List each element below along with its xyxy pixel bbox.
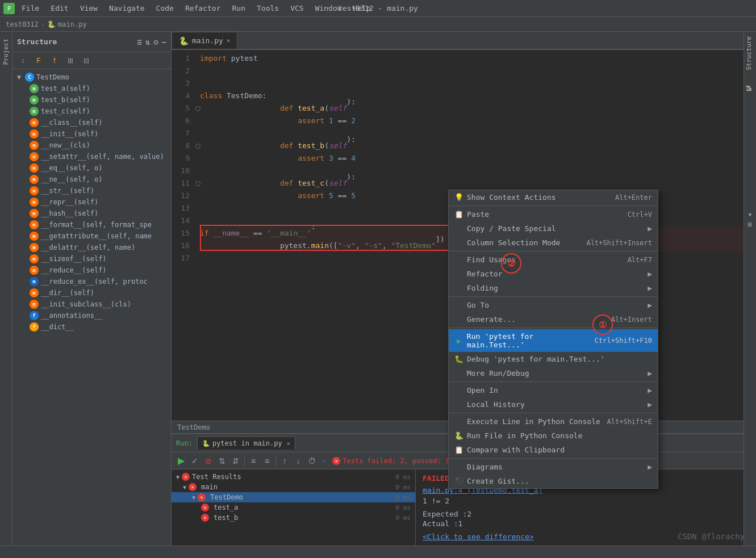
breadcrumb-file[interactable]: main.py [58, 20, 87, 28]
layout-icon[interactable]: ⊞ [748, 220, 753, 229]
github-icon: ⚫ [454, 477, 463, 485]
menu-run[interactable]: Run [228, 3, 250, 14]
menu-open-in[interactable]: Open In ▶ [449, 383, 658, 397]
tab-close-icon[interactable]: × [287, 440, 290, 447]
failed-icon: ✕ [198, 493, 206, 501]
menu-divider [449, 205, 658, 206]
project-tab[interactable]: Project [1, 34, 11, 69]
tree-item[interactable]: m __class__(self) [12, 117, 171, 128]
click-hint-link[interactable]: <Click to see difference> [423, 532, 534, 541]
menu-show-context-actions[interactable]: 💡 Show Context Actions Alt+Enter [449, 190, 658, 204]
tree-item[interactable]: m __init_subclass__(cls) [12, 299, 171, 310]
sort-desc-btn[interactable]: ⇵ [229, 455, 242, 467]
menu-help[interactable]: Help [349, 3, 375, 14]
menu-edit[interactable]: Edit [46, 3, 73, 14]
menu-tools[interactable]: Tools [252, 3, 283, 14]
menu-navigate[interactable]: Navigate [105, 3, 149, 14]
expand-all-btn[interactable]: ≡ [247, 455, 260, 467]
run-tab[interactable]: 🐍 pytest in main.py × [197, 437, 295, 450]
tree-item[interactable]: f __annotations__ [12, 310, 171, 321]
expand-btn[interactable]: ⊞ [64, 54, 77, 67]
menu-column-selection[interactable]: Column Selection Mode Alt+Shift+Insert [449, 236, 658, 250]
tree-item[interactable]: m __delattr__(self, name) [12, 242, 171, 253]
menu-find-usages[interactable]: Find Usages Alt+F7 [449, 253, 658, 267]
tree-item[interactable]: m __sizeof__(self) [12, 253, 171, 265]
menu-debug-pytest[interactable]: 🐛 Debug 'pytest for main.Test...' [449, 352, 658, 366]
test-main-item[interactable]: ▼ ✕ main 0 ms [172, 482, 415, 492]
tree-item[interactable]: m test_b(self) [12, 94, 171, 106]
vertical-tabs: Project [0, 32, 12, 558]
test-a-item[interactable]: ✕ test_a 0 ms [172, 502, 415, 513]
tree-item[interactable]: m __reduce__(self) [12, 265, 171, 276]
menu-more-run[interactable]: More Run/Debug ▶ [449, 366, 658, 380]
menu-refactor[interactable]: Refactor [181, 3, 225, 14]
run-btn[interactable]: ▶ [175, 455, 187, 467]
test-results-root[interactable]: ▼ ✕ Test Results 0 ms [172, 472, 415, 482]
menu-view[interactable]: View [76, 3, 102, 14]
up-btn[interactable]: ↑ [278, 455, 291, 467]
sort-asc-btn[interactable]: ⇅ [216, 455, 228, 467]
menu-execute-line[interactable]: Execute Line in Python Console Alt+Shift… [449, 414, 658, 429]
tree-item[interactable]: m __init__(self) [12, 128, 171, 140]
menu-diagrams[interactable]: Diagrams ▶ [449, 460, 658, 474]
tree-item[interactable]: f __dict__ [12, 321, 171, 333]
expand-arrow[interactable]: » [321, 457, 325, 465]
editor-tab[interactable]: 🐍 main.py × [172, 32, 237, 49]
menu-run-file[interactable]: 🐍 Run File in Python Console [449, 429, 658, 443]
tree-item[interactable]: m __ne__(self, o) [12, 174, 171, 185]
tab-close-button[interactable]: × [227, 37, 231, 44]
tree-item[interactable]: m __str__(self) [12, 185, 171, 196]
sort2-icon[interactable]: ⇅ [145, 37, 150, 47]
menu-compare-clipboard[interactable]: 📋 Compare with Clipboard [449, 443, 658, 457]
menu-code[interactable]: Code [152, 3, 178, 14]
tree-item[interactable]: m __repr__(self) [12, 196, 171, 208]
menu-shortcut: Alt+Shift+Insert [586, 239, 652, 247]
breadcrumb-project[interactable]: test0312 [6, 20, 39, 28]
tree-item[interactable]: m __setattr__(self, name, value) [12, 151, 171, 162]
menu-run-pytest[interactable]: ▶ Run 'pytest for main.Test...' Ctrl+Shi… [449, 329, 658, 352]
tree-item[interactable]: m __format__(self, format_spe [12, 219, 171, 230]
tree-item[interactable]: m test_a(self) [12, 83, 171, 94]
test-tree: ▼ ✕ Test Results 0 ms ▼ ✕ main 0 m [172, 469, 416, 558]
check-btn[interactable]: ✓ [189, 455, 201, 467]
test-b-item[interactable]: ✕ test_b 0 ms [172, 513, 415, 523]
tree-item[interactable]: m __hash__(self) [12, 208, 171, 219]
menu-folding[interactable]: Folding ▶ [449, 281, 658, 295]
down-btn[interactable]: ↓ [292, 455, 304, 467]
test-demo-item[interactable]: ▼ ✕ TestDemo 0 ms [172, 492, 415, 502]
tree-item[interactable]: m __eq__(self, o) [12, 162, 171, 174]
menu-create-gist[interactable]: ⚫ Create Gist... [449, 474, 658, 488]
collapse-all-btn[interactable]: ≡ [261, 455, 273, 467]
building-tab[interactable]: 🏗 [744, 81, 754, 96]
menu-refactor[interactable]: Refactor ▶ [449, 267, 658, 281]
tree-class-item[interactable]: ▼ C TestDemo [12, 72, 171, 83]
menu-paste[interactable]: 📋 Paste Ctrl+V [449, 207, 658, 221]
menu-item-label: Refactor [467, 270, 503, 278]
tree-item[interactable]: m __getattribute__(self, name [12, 230, 171, 242]
test-a-label: test_a [214, 504, 238, 511]
filter-btn[interactable]: F [32, 54, 45, 67]
menu-local-history[interactable]: Local History ▶ [449, 397, 658, 412]
sort-icon[interactable]: ≡ [137, 37, 141, 47]
menu-window[interactable]: Window [311, 3, 346, 14]
tree-item[interactable]: m test_c(self) [12, 106, 171, 117]
history-btn[interactable]: ⏱ [306, 455, 318, 467]
compare-icon: 📋 [454, 446, 463, 454]
menu-goto[interactable]: Go To ▶ [449, 298, 658, 312]
menu-vcs[interactable]: VCS [286, 3, 308, 14]
menu-generate[interactable]: Generate... Alt+Insert [449, 312, 658, 326]
menu-copy-paste-special[interactable]: Copy / Paste Special ▶ [449, 221, 658, 236]
collapse-btn[interactable]: ⊟ [80, 54, 93, 67]
tree-item[interactable]: m __reduce_ex__(self, protoc [12, 276, 171, 287]
filter2-btn[interactable]: f [48, 54, 61, 67]
stop-btn[interactable]: ⊘ [202, 455, 215, 467]
favorites-icon[interactable]: ★ [748, 209, 753, 218]
tree-item[interactable]: m __new__(cls) [12, 140, 171, 151]
tree-item-label: __reduce__(self) [41, 266, 107, 274]
sort-alpha-btn[interactable]: ↕ [16, 54, 30, 67]
settings-icon[interactable]: ⚙ [153, 37, 158, 47]
tree-item[interactable]: m __dir__(self) [12, 287, 171, 299]
structure-right-tab[interactable]: Structure [744, 32, 754, 75]
menu-file[interactable]: File [17, 3, 44, 14]
close-icon[interactable]: − [162, 37, 166, 47]
